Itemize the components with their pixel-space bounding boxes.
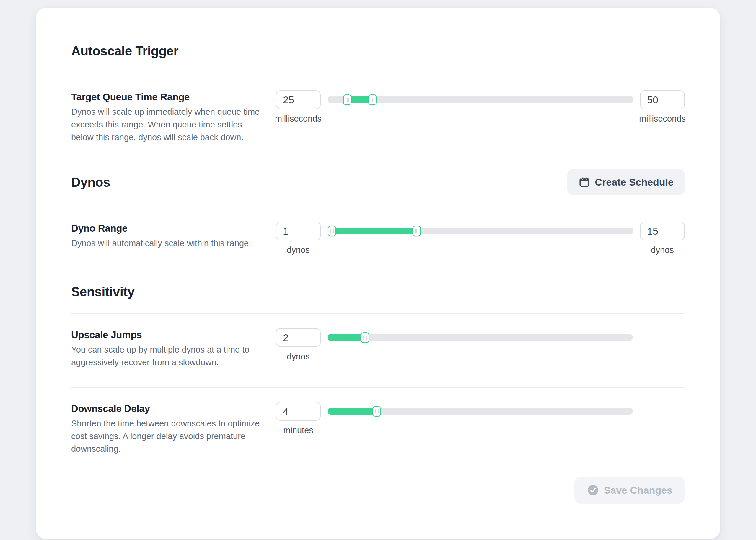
dyno-min-handle[interactable] [328, 226, 336, 236]
row-upscale-jumps: Upscale Jumps You can scale up by multip… [71, 314, 685, 387]
row-description: Dynos will scale up immediately when que… [71, 106, 263, 144]
queue-time-range-slider[interactable] [327, 96, 634, 103]
queue-time-max-handle[interactable] [368, 94, 377, 105]
queue-time-min-unit-label: milliseconds [275, 114, 321, 124]
create-schedule-button[interactable]: Create Schedule [567, 169, 685, 195]
row-info: Target Queue Time Range Dynos will scale… [71, 90, 263, 144]
dyno-min-control: dynos [276, 221, 321, 255]
row-label-upscale-jumps: Upscale Jumps [71, 328, 263, 342]
row-info: Downscale Delay Shorten the time between… [71, 402, 263, 455]
queue-time-min-input[interactable] [276, 90, 321, 109]
save-changes-button[interactable]: Save Changes [574, 476, 685, 504]
row-dyno-range: Dyno Range Dynos will automatically scal… [71, 207, 685, 255]
dyno-max-handle[interactable] [413, 226, 421, 236]
row-label-dyno-range: Dyno Range [71, 221, 263, 235]
upscale-jumps-slider-col [327, 334, 633, 341]
downscale-delay-input[interactable] [276, 402, 321, 421]
queue-time-min-control: milliseconds [276, 90, 321, 124]
dyno-max-unit-label: dynos [651, 245, 673, 255]
row-info: Dyno Range Dynos will automatically scal… [71, 221, 263, 250]
upscale-jumps-slider[interactable] [327, 334, 633, 341]
row-downscale-delay: Downscale Delay Shorten the time between… [71, 388, 685, 455]
row-target-queue-time-range: Target Queue Time Range Dynos will scale… [71, 76, 685, 144]
create-schedule-label: Create Schedule [595, 177, 673, 188]
slider-fill [327, 408, 377, 415]
downscale-delay-slider-col [327, 408, 633, 415]
downscale-delay-slider[interactable] [327, 408, 633, 415]
slider-fill [327, 227, 417, 234]
downscale-delay-unit-label: minutes [283, 426, 313, 435]
dyno-range-slider[interactable] [327, 227, 634, 234]
section-title-dynos: Dynos [71, 174, 110, 191]
row-description: You can scale up by multiple dynos at a … [71, 343, 263, 369]
queue-time-max-unit-label: milliseconds [639, 114, 686, 124]
save-changes-label: Save Changes [604, 484, 672, 496]
dyno-min-input[interactable] [276, 221, 321, 240]
row-description: Shorten the time between downscales to o… [71, 417, 263, 455]
upscale-jumps-unit-label: dynos [287, 352, 309, 361]
row-label-downscale-delay: Downscale Delay [71, 402, 263, 416]
queue-time-min-handle[interactable] [343, 94, 351, 105]
section-header-autoscale-trigger: Autoscale Trigger [71, 43, 685, 59]
downscale-delay-handle[interactable] [373, 406, 381, 417]
section-header-dynos: Dynos Create Schedule [71, 169, 685, 195]
queue-time-max-input[interactable] [640, 90, 685, 109]
section-title-sensitivity: Sensitivity [71, 283, 135, 300]
footer: Save Changes [71, 476, 685, 504]
section-title-autoscale-trigger: Autoscale Trigger [71, 43, 178, 59]
row-info: Upscale Jumps You can scale up by multip… [71, 328, 263, 369]
upscale-jumps-control: dynos [276, 328, 321, 361]
upscale-jumps-handle[interactable] [361, 332, 369, 343]
dyno-max-input[interactable] [640, 221, 685, 240]
row-description: Dynos will automatically scale within th… [71, 237, 263, 250]
autoscale-settings-card: Autoscale Trigger Target Queue Time Rang… [36, 8, 720, 539]
queue-time-max-control: milliseconds [640, 90, 685, 124]
row-label-target-queue-time-range: Target Queue Time Range [71, 90, 263, 104]
dyno-range-slider-col [327, 227, 634, 234]
dyno-max-control: dynos [640, 221, 685, 255]
queue-time-slider-col [327, 96, 634, 103]
downscale-delay-control: minutes [276, 402, 321, 435]
dyno-min-unit-label: dynos [287, 245, 309, 255]
check-circle-icon [587, 484, 599, 496]
upscale-jumps-input[interactable] [276, 328, 321, 347]
calendar-icon [579, 176, 590, 188]
slider-fill [327, 334, 365, 341]
section-header-sensitivity: Sensitivity [71, 283, 685, 300]
